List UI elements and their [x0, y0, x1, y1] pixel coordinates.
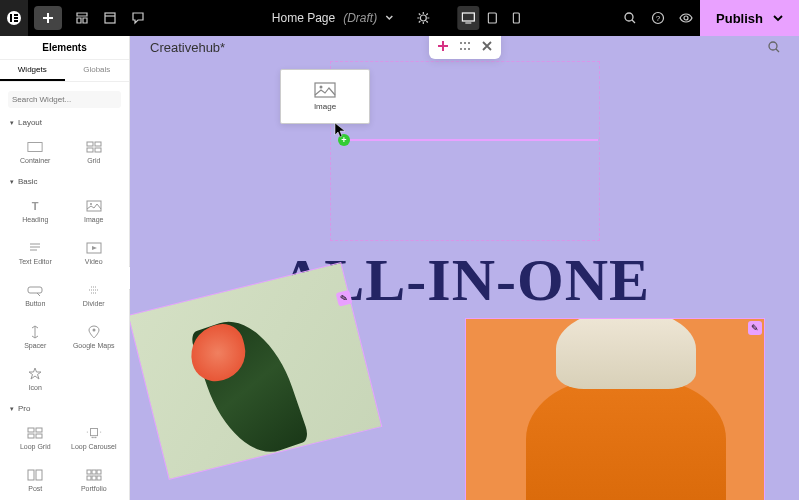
empty-container-dropzone[interactable] [330, 61, 600, 241]
heading-icon: T [27, 199, 43, 213]
publish-button[interactable]: Publish [700, 0, 799, 36]
topbar-right: ? Publish [616, 0, 799, 36]
chevron-down-icon[interactable] [773, 13, 783, 23]
add-section-icon[interactable] [432, 36, 454, 56]
svg-rect-18 [95, 148, 101, 152]
svg-rect-37 [97, 470, 101, 474]
svg-point-21 [90, 203, 92, 205]
star-icon [27, 367, 43, 381]
button-icon [27, 283, 43, 297]
help-icon[interactable]: ? [644, 0, 672, 36]
site-title: Creativehub* [150, 40, 225, 55]
topbar-center: Home Page (Draft) [272, 0, 527, 36]
svg-rect-9 [513, 13, 519, 23]
add-element-button[interactable] [34, 6, 62, 30]
section-pro[interactable]: ▾Pro [0, 400, 129, 417]
svg-point-59 [320, 86, 323, 89]
widget-loop-carousel[interactable]: Loop Carousel [65, 417, 124, 459]
container-icon [27, 140, 43, 154]
svg-rect-3 [14, 17, 18, 19]
structure-icon[interactable] [68, 0, 96, 36]
svg-point-51 [769, 42, 777, 50]
image-widget-person[interactable]: ✎ [465, 318, 765, 500]
edit-handle-icon[interactable]: ✎ [748, 321, 762, 335]
svg-rect-2 [14, 14, 18, 16]
svg-point-55 [460, 48, 462, 50]
tab-widgets[interactable]: Widgets [0, 60, 65, 81]
svg-rect-39 [92, 476, 96, 480]
divider-icon [86, 283, 102, 297]
page-title[interactable]: Home Page [272, 11, 335, 25]
hair-shape [556, 319, 696, 389]
svg-point-6 [420, 15, 426, 21]
desktop-device-button[interactable] [457, 6, 479, 30]
widget-image[interactable]: Image [65, 190, 124, 232]
svg-rect-1 [10, 14, 12, 22]
svg-rect-38 [87, 476, 91, 480]
svg-point-24 [92, 329, 95, 332]
image-icon [86, 199, 102, 213]
widget-google-maps[interactable]: Google Maps [65, 316, 124, 358]
svg-rect-36 [92, 470, 96, 474]
widget-spacer[interactable]: Spacer [6, 316, 65, 358]
grid-icon [86, 140, 102, 154]
image-widget-flower[interactable]: ✎ [130, 262, 382, 480]
section-layout[interactable]: ▾Layout [0, 114, 129, 131]
editor-canvas[interactable]: Creativehub* Image + ALL-IN-ONE ✎ [130, 36, 799, 500]
svg-rect-17 [87, 148, 93, 152]
widget-loop-grid[interactable]: Loop Grid [6, 417, 65, 459]
widget-post[interactable]: Post [6, 459, 65, 500]
widget-text-editor[interactable]: Text Editor [6, 232, 65, 274]
elements-sidebar: Elements Widgets Globals ▾Layout Contain… [0, 36, 130, 500]
section-toolbar [429, 36, 501, 59]
widget-icon[interactable]: Icon [6, 358, 65, 400]
widget-button[interactable]: Button [6, 274, 65, 316]
drag-section-icon[interactable] [454, 36, 476, 56]
widget-divider[interactable]: Divider [65, 274, 124, 316]
svg-point-10 [625, 13, 633, 21]
notes-icon[interactable] [124, 0, 152, 36]
widget-grid[interactable]: Grid [65, 131, 124, 173]
loop-grid-icon [27, 426, 43, 440]
close-section-icon[interactable] [476, 36, 498, 56]
svg-rect-29 [90, 429, 97, 436]
svg-rect-27 [28, 434, 34, 438]
portfolio-icon [86, 468, 102, 482]
carousel-icon [86, 426, 102, 440]
search-widget-input[interactable] [8, 91, 121, 108]
canvas-search-icon[interactable] [767, 40, 781, 54]
cursor-pointer [334, 122, 348, 138]
dragging-image-widget[interactable]: Image [280, 69, 370, 124]
section-basic[interactable]: ▾Basic [0, 173, 129, 190]
svg-rect-4 [14, 20, 18, 22]
elementor-logo[interactable] [0, 0, 28, 36]
svg-rect-34 [36, 470, 42, 480]
sidebar-search [0, 82, 129, 114]
finder-search-icon[interactable] [616, 0, 644, 36]
image-icon [314, 82, 336, 98]
page-settings-icon[interactable] [409, 0, 437, 36]
svg-rect-33 [28, 470, 34, 480]
svg-rect-5 [105, 13, 115, 23]
tab-globals[interactable]: Globals [65, 60, 130, 81]
device-switcher [457, 6, 527, 30]
chevron-down-icon[interactable] [385, 14, 393, 22]
svg-text:T: T [32, 200, 39, 212]
widget-heading[interactable]: T Heading [6, 190, 65, 232]
sweater-shape [526, 379, 726, 500]
svg-rect-23 [28, 287, 42, 293]
drop-indicator-line [340, 139, 598, 141]
topbar-left [0, 0, 152, 36]
svg-point-56 [464, 48, 466, 50]
svg-point-13 [684, 16, 688, 20]
widget-portfolio[interactable]: Portfolio [65, 459, 124, 500]
svg-rect-15 [87, 142, 93, 146]
widget-video[interactable]: Video [65, 232, 124, 274]
mobile-device-button[interactable] [505, 6, 527, 30]
svg-point-32 [95, 437, 96, 438]
settings-panel-icon[interactable] [96, 0, 124, 36]
widget-container[interactable]: Container [6, 131, 65, 173]
svg-rect-28 [36, 434, 42, 438]
tablet-device-button[interactable] [481, 6, 503, 30]
preview-icon[interactable] [672, 0, 700, 36]
